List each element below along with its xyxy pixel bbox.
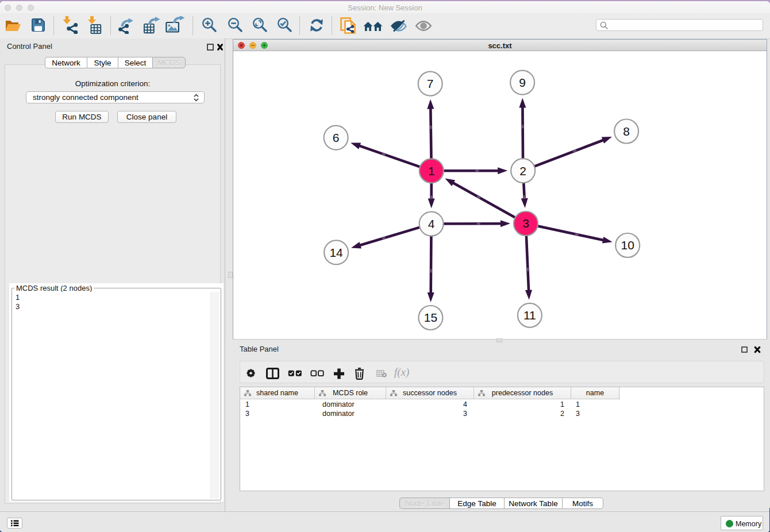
svg-text:15: 15: [424, 311, 437, 324]
svg-text:14: 14: [329, 246, 343, 259]
svg-text:6: 6: [333, 131, 340, 144]
svg-text:9: 9: [519, 76, 526, 89]
svg-text:11: 11: [523, 309, 536, 322]
svg-text:4: 4: [428, 217, 435, 230]
svg-text:2: 2: [519, 164, 526, 178]
svg-text:1: 1: [428, 164, 435, 178]
svg-text:10: 10: [621, 238, 634, 252]
svg-text:3: 3: [522, 217, 529, 230]
svg-text:8: 8: [623, 125, 630, 138]
svg-text:7: 7: [427, 77, 434, 90]
